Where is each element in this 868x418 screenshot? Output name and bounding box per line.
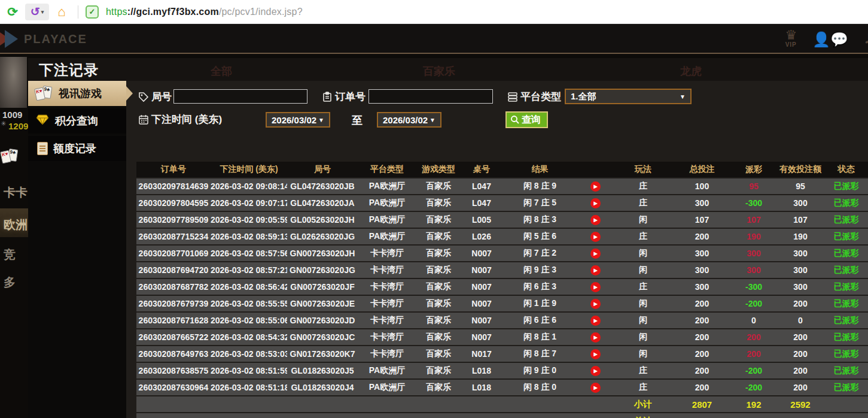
ghost-tab-all: 全部 — [211, 64, 232, 78]
cell-payout: 300 — [731, 249, 776, 258]
address-bar[interactable]: https://gci.myf7f3bx.com/pc/pcv1/index.j… — [106, 7, 303, 17]
menu-item-quota-records[interactable]: 额度记录 — [28, 136, 126, 161]
cell-table: N007 — [461, 265, 502, 275]
bet-time-label: 下注时间 (美东) — [151, 113, 222, 126]
customer-service-icon[interactable]: 👤💬 — [812, 31, 848, 48]
table-row: 260302087687782 2026-03-02 08:56:42 GN00… — [136, 279, 868, 295]
vip-button[interactable]: ♛ VIP — [785, 29, 797, 48]
music-note-icon[interactable]: ♪ — [864, 28, 868, 48]
cell-round: GN007263020JC — [287, 332, 358, 342]
cell-order-id: 260302097814639 — [136, 181, 211, 191]
undo-dropdown-icon[interactable]: ▾ — [41, 9, 44, 15]
col-header-game-type: 游戏类型 — [416, 164, 461, 175]
cell-order-id: 260302087630964 — [136, 383, 211, 392]
date-to-select[interactable]: 2026/03/02 ▼ — [377, 112, 441, 128]
cell-bet-time: 2026-03-02 09:05:59 — [211, 215, 287, 225]
panel-title-bar: 下注记录 全部 百家乐 龙虎 — [28, 58, 868, 81]
cell-play: 闲 — [613, 265, 673, 275]
replay-play-button[interactable]: ▶ — [590, 215, 601, 225]
cell-platform: PA欧洲厅 — [358, 365, 416, 376]
bet-time-label-group: 下注时间 (美东) — [138, 113, 222, 126]
table-row: 260302087701069 2026-03-02 08:57:56 GN00… — [136, 246, 868, 261]
cell-total-bet: 200 — [673, 316, 731, 325]
cell-play: 闲 — [613, 298, 673, 309]
cell-order-id: 260302087715234 — [136, 232, 211, 241]
round-number-input[interactable] — [173, 89, 307, 104]
col-header-table: 桌号 — [461, 164, 502, 175]
site-security-shield-icon[interactable]: ✓ — [86, 5, 99, 19]
order-number-input[interactable] — [368, 89, 493, 104]
reload-icon[interactable]: ⟳ — [5, 4, 20, 20]
replay-play-button[interactable]: ▶ — [590, 265, 601, 275]
replay-play-button[interactable]: ▶ — [590, 249, 601, 259]
cell-bet-time: 2026-03-02 08:55:06 — [211, 316, 287, 325]
cell-play: 庄 — [613, 382, 673, 393]
cell-payout: -300 — [731, 282, 776, 292]
table-row: 260302087715234 2026-03-02 08:59:13 GL02… — [136, 229, 868, 244]
vip-label: VIP — [785, 42, 797, 48]
vip-crown-icon: ♛ — [785, 29, 797, 42]
replay-play-button[interactable]: ▶ — [590, 198, 601, 208]
replay-play-button[interactable]: ▶ — [590, 316, 601, 326]
menu-item-video-games[interactable]: K♥9♣ 视讯游戏 — [28, 81, 126, 106]
col-header-valid-bet: 有效投注额 — [776, 164, 824, 175]
round-number-label: 局号 — [151, 90, 172, 104]
url-scheme: https — [106, 7, 127, 17]
rail-item-kaka-hall[interactable]: 卡卡 — [4, 184, 28, 201]
replay-play-button[interactable]: ▶ — [590, 332, 601, 343]
replay-play-button[interactable]: ▶ — [590, 366, 601, 376]
cell-table: L047 — [461, 181, 502, 191]
replay-play-button[interactable]: ▶ — [590, 232, 601, 242]
cell-total-bet: 300 — [673, 198, 731, 208]
rail-item-jing[interactable]: 竞 — [4, 247, 16, 263]
cell-result: 闲 7 庄 5 — [502, 198, 577, 208]
cell-result: 闲 8 庄 3 — [502, 214, 577, 225]
replay-play-button[interactable]: ▶ — [590, 282, 601, 292]
cell-valid-bet: 300 — [776, 249, 824, 258]
browser-toolbar: ⟳ ↺▾ ⌂ ✓ https://gci.myf7f3bx.com/pc/pcv… — [0, 0, 868, 24]
cell-bet-time: 2026-03-02 08:54:32 — [211, 332, 287, 342]
cell-valid-bet: 200 — [776, 383, 824, 392]
cell-payout: 107 — [731, 215, 776, 225]
cell-result: 闲 7 庄 2 — [502, 248, 577, 259]
cell-game-type: 百家乐 — [416, 281, 461, 292]
undo-button[interactable]: ↺▾ — [25, 4, 49, 20]
cell-table: L018 — [461, 366, 502, 375]
cell-status: 已派彩 — [824, 181, 868, 192]
table-row: 260302087679739 2026-03-02 08:55:55 GN00… — [136, 296, 868, 311]
rail-item-duo[interactable]: 多 — [4, 274, 16, 290]
table-row: 260302087630964 2026-03-02 08:51:18 GL01… — [136, 380, 868, 395]
cell-valid-bet: 190 — [776, 232, 824, 241]
replay-play-button[interactable]: ▶ — [590, 349, 601, 359]
server-stack-icon — [507, 92, 518, 102]
playace-logo-text: PLAYACE — [24, 32, 87, 46]
cell-round: GN017263020K7 — [287, 349, 358, 359]
table-row: 260302087694720 2026-03-02 08:57:21 GN00… — [136, 262, 868, 278]
cell-order-id: 260302087671628 — [136, 316, 211, 325]
rail-item-europe-hall[interactable]: 欧洲 — [4, 217, 28, 233]
table-body: 260302097814639 2026-03-02 09:08:14 GL04… — [136, 178, 868, 395]
replay-play-button[interactable]: ▶ — [590, 383, 601, 393]
menu-item-points-query[interactable]: 积分查询 — [28, 108, 126, 134]
total-row: 总计 2807 192 2592 — [136, 413, 868, 418]
cell-round: GL018263020J5 — [287, 366, 358, 375]
cell-result: 闲 8 庄 9 — [502, 181, 577, 192]
search-button[interactable]: 查询 — [505, 111, 548, 128]
cell-order-id: 260302097804595 — [136, 198, 211, 208]
home-icon[interactable]: ⌂ — [54, 4, 69, 20]
cell-result: 闲 9 庄 3 — [502, 265, 577, 275]
cell-table: L018 — [461, 383, 502, 392]
menu-item-label: 积分查询 — [55, 114, 98, 128]
platform-type-select[interactable]: 1.全部 ▼ — [565, 89, 692, 104]
replay-play-button[interactable]: ▶ — [590, 181, 601, 192]
search-button-label: 查询 — [522, 114, 541, 126]
background-left-rail: ✳ 1009 1209 K♥9♣ 卡卡 欧洲 竞 多 — [0, 54, 28, 418]
cell-valid-bet: 107 — [776, 215, 824, 225]
cell-bet-time: 2026-03-02 08:51:59 — [211, 366, 287, 375]
subtotal-row: 小计 2807 192 2592 — [136, 396, 868, 412]
playace-logo: PLAYACE — [0, 30, 87, 48]
replay-play-button[interactable]: ▶ — [590, 299, 601, 309]
ghost-tab-dragon-tiger: 龙虎 — [680, 64, 702, 78]
cell-table: N007 — [461, 316, 502, 325]
date-from-select[interactable]: 2026/03/02 ▼ — [266, 112, 330, 128]
